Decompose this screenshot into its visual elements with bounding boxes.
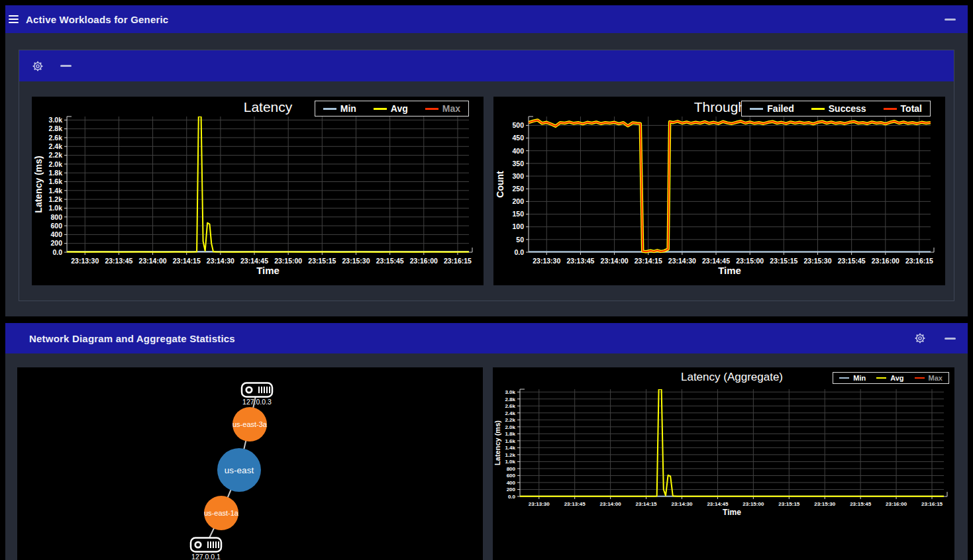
latency-legend: MinAvgMax	[315, 101, 469, 117]
y-tick-label: 1.4k	[505, 445, 515, 451]
host-node-127.0.0.3[interactable]: 127.0.0.3	[242, 383, 272, 406]
workloads-title: Active Workloads for Generic	[26, 14, 168, 25]
x-tick-label: 23:16:15	[444, 257, 472, 265]
x-axis-label: Time	[723, 508, 741, 517]
settings-gear-icon[interactable]	[32, 60, 44, 72]
x-tick-label: 23:16:15	[921, 501, 943, 507]
y-tick-label: 2.6k	[49, 134, 63, 142]
latency_aggregate-canvas[interactable]: 0.02004006008001.0k1.2k1.4k1.6k1.8k2.0k2…	[493, 367, 954, 560]
legend-label: Max	[442, 103, 460, 114]
x-tick-label: 23:15:00	[274, 257, 302, 265]
latency-aggregate-chart[interactable]: 0.02004006008001.0k1.2k1.4k1.6k1.8k2.0k2…	[493, 367, 954, 560]
y-tick-label: 1.0k	[505, 459, 515, 465]
host-node-127.0.0.1[interactable]: 127.0.0.1	[191, 538, 221, 560]
chart-title: Latency (Aggregate)	[681, 371, 783, 383]
y-axis-label: Latency (ms)	[33, 156, 44, 212]
throughput-chart[interactable]: 0.05010015020025030035040045050023:13:30…	[493, 97, 945, 285]
y-tick-label: 2.0k	[49, 160, 63, 168]
network-diagram[interactable]: 127.0.0.3us-east-3aus-eastus-east-1a127.…	[17, 367, 483, 560]
throughput-canvas[interactable]: 0.05010015020025030035040045050023:13:30…	[493, 97, 945, 285]
y-tick-label: 2.6k	[505, 403, 515, 409]
y-tick-label: 1.2k	[49, 195, 63, 203]
y-tick-label: 2.8k	[505, 397, 515, 402]
y-tick-label: 1.8k	[505, 431, 515, 437]
x-tick-label: 23:15:30	[342, 257, 370, 265]
x-tick-label: 23:16:00	[872, 257, 899, 265]
y-tick-label: 0.0	[514, 248, 524, 256]
y-tick-label: 2.0k	[505, 424, 515, 430]
network-header: Network Diagram and Aggregate Statistics	[5, 323, 968, 353]
network-node-us-east-3a[interactable]: us-east-3a	[232, 407, 268, 442]
legend-dash-icon	[750, 108, 763, 110]
legend-dash-icon	[915, 377, 925, 379]
legend-item-max[interactable]: Max	[915, 374, 943, 382]
x-tick-label: 23:15:00	[743, 501, 764, 507]
x-tick-label: 23:14:30	[671, 501, 693, 507]
series-avg	[67, 117, 469, 252]
legend-item-avg[interactable]: Avg	[374, 103, 408, 114]
x-tick-label: 23:14:30	[668, 257, 696, 265]
y-tick-label: 1.0k	[49, 204, 63, 212]
y-tick-label: 1.8k	[49, 169, 63, 177]
x-tick-label: 23:15:15	[308, 257, 336, 265]
node-label: us-east-1a	[204, 509, 239, 517]
legend-item-min[interactable]: Min	[839, 374, 866, 382]
legend-label: Avg	[890, 374, 903, 382]
y-tick-label: 200	[512, 197, 524, 205]
host-label: 127.0.0.1	[191, 553, 221, 560]
y-tick-label: 100	[512, 222, 524, 230]
latency-canvas[interactable]: 0.02004006008001.0k1.2k1.4k1.6k1.8k2.0k2…	[32, 97, 484, 285]
x-tick-label: 23:15:00	[736, 257, 764, 265]
x-tick-label: 23:15:45	[838, 257, 866, 265]
legend-dash-icon	[811, 108, 825, 110]
y-tick-label: 0.0	[52, 248, 62, 256]
legend-item-total[interactable]: Total	[884, 103, 922, 114]
legend-item-success[interactable]: Success	[811, 103, 866, 114]
y-tick-label: 300	[512, 172, 524, 180]
x-tick-label: 23:13:30	[71, 257, 99, 265]
y-tick-label: 3.0k	[49, 116, 63, 124]
charts-panel-header	[19, 50, 954, 81]
x-tick-label: 23:15:15	[778, 501, 800, 507]
menu-icon[interactable]	[7, 14, 20, 24]
y-axis-label: Latency (ms)	[493, 420, 501, 465]
latency-chart[interactable]: 0.02004006008001.0k1.2k1.4k1.6k1.8k2.0k2…	[32, 97, 484, 285]
chart-title: Latency	[244, 99, 293, 115]
network-canvas[interactable]: 127.0.0.3us-east-3aus-eastus-east-1a127.…	[17, 367, 483, 560]
x-tick-label: 23:13:30	[533, 257, 560, 265]
collapse-charts-panel-button[interactable]	[60, 65, 72, 67]
legend-dash-icon	[839, 377, 849, 379]
legend-dash-icon	[884, 108, 897, 110]
x-tick-label: 23:15:30	[814, 501, 836, 507]
y-tick-label: 1.6k	[505, 438, 515, 444]
collapse-network-button[interactable]	[945, 338, 956, 340]
legend-item-min[interactable]: Min	[323, 103, 356, 114]
legend-dash-icon	[323, 108, 336, 110]
network-body: 127.0.0.3us-east-3aus-eastus-east-1a127.…	[5, 353, 968, 560]
network-node-us-east-1a[interactable]: us-east-1a	[204, 496, 239, 530]
legend-item-failed[interactable]: Failed	[750, 103, 794, 114]
y-axis-label: Count	[495, 171, 505, 198]
x-tick-label: 23:15:45	[850, 501, 872, 507]
x-tick-label: 23:14:00	[601, 257, 629, 265]
workloads-body: 0.02004006008001.0k1.2k1.4k1.6k1.8k2.0k2…	[5, 33, 968, 316]
dashboard-page: { "header": { "title": "Active Workloads…	[0, 0, 973, 560]
node-label: us-east-3a	[232, 420, 268, 428]
throughput-legend: FailedSuccessTotal	[741, 101, 931, 117]
y-tick-label: 450	[512, 134, 524, 142]
network-node-us-east[interactable]: us-east	[217, 448, 261, 492]
y-tick-label: 3.0k	[505, 389, 515, 395]
y-tick-label: 150	[512, 210, 524, 218]
x-tick-label: 23:14:30	[207, 257, 234, 265]
legend-label: Min	[340, 103, 356, 114]
legend-label: Failed	[767, 103, 794, 114]
y-tick-label: 50	[516, 236, 524, 244]
series-total	[529, 120, 931, 252]
x-tick-label: 23:13:45	[566, 257, 594, 265]
legend-item-avg[interactable]: Avg	[876, 374, 903, 382]
settings-gear-icon[interactable]	[914, 332, 926, 344]
legend-item-max[interactable]: Max	[425, 103, 460, 114]
x-tick-label: 23:16:15	[905, 257, 933, 265]
collapse-workloads-button[interactable]	[945, 19, 956, 21]
y-tick-label: 2.4k	[505, 410, 515, 416]
